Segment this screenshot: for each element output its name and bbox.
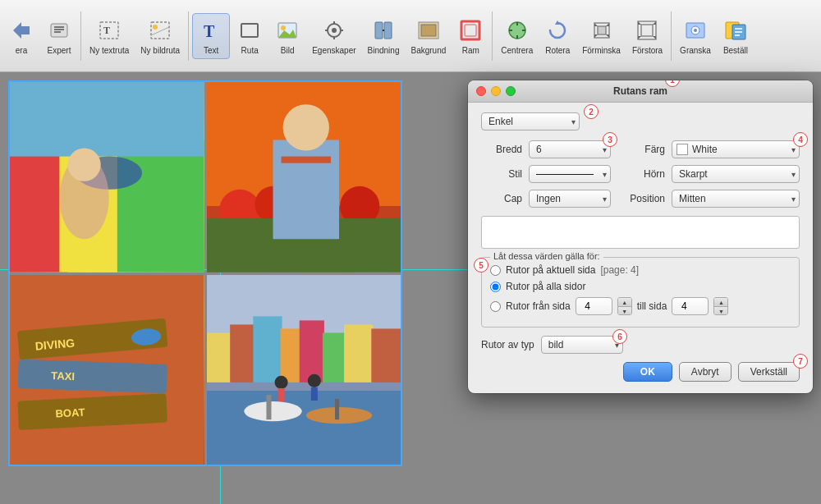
svg-rect-96 (277, 387, 284, 401)
from-page-stepper[interactable]: ▲ ▼ (617, 297, 632, 315)
preview-icon (682, 17, 709, 44)
toolbar: era Expert T Ny textruta (0, 0, 821, 72)
svg-point-13 (281, 25, 286, 30)
radio-page-range[interactable] (490, 301, 501, 312)
section-box: Låt dessa värden gälla för: Rutor på akt… (481, 257, 800, 328)
svg-rect-87 (322, 332, 345, 382)
rotate-icon (544, 17, 571, 44)
svg-rect-21 (375, 22, 383, 39)
frame-type-dropdown[interactable]: Enkel Dubbel Trippel (481, 112, 580, 131)
toolbar-bild-label: Bild (281, 46, 295, 55)
svg-rect-83 (230, 324, 255, 382)
svg-point-97 (307, 373, 320, 387)
till-sida-label: till sida (637, 300, 667, 312)
svg-rect-25 (421, 25, 436, 36)
toolbar-item-bakgrund[interactable]: Bakgrund (406, 14, 451, 58)
toolbar-item-granska[interactable]: Granska (675, 14, 716, 58)
svg-rect-84 (253, 316, 282, 383)
radio-current-page-suffix: [page: 4] (600, 264, 639, 276)
maximize-button[interactable] (506, 86, 516, 96)
toolbar-egenskaper-label: Egenskaper (312, 46, 355, 55)
toolbar-item-expert[interactable]: Expert (41, 14, 77, 58)
till-page-input[interactable] (672, 297, 709, 315)
svg-rect-90 (207, 390, 401, 465)
svg-rect-58 (10, 82, 204, 157)
svg-point-48 (694, 29, 697, 32)
radio-current-page[interactable] (490, 265, 501, 276)
from-page-down[interactable]: ▼ (618, 307, 631, 315)
dialog-title: Rutans ram (476, 85, 805, 97)
width-dropdown[interactable]: 12345 681012 (529, 140, 611, 158)
toolbar-item-bild[interactable]: Bild (269, 14, 305, 58)
apply-button[interactable]: Verkställ (738, 362, 800, 382)
svg-rect-57 (117, 140, 204, 272)
svg-marker-0 (13, 22, 30, 39)
annotation-3: 3 (603, 132, 617, 147)
toolbar-item-forstora[interactable]: Förstora (627, 14, 667, 58)
toolbar-item-egenskaper[interactable]: Egenskaper (307, 14, 360, 58)
svg-text:BOAT: BOAT (55, 405, 85, 419)
corner-dropdown[interactable]: Skarpt Rundat Avfasat (672, 165, 800, 183)
svg-rect-69 (273, 140, 339, 239)
toolbar-granska-label: Granska (680, 46, 711, 55)
toolbar-item-era[interactable]: era (3, 14, 39, 58)
toolbar-item-ram[interactable]: Ram (452, 14, 488, 58)
svg-rect-55 (10, 149, 67, 273)
toolbar-item-rotera[interactable]: Rotera (539, 14, 576, 58)
svg-rect-94 (334, 398, 338, 419)
order-icon (722, 17, 749, 44)
radio-from-page-label: Rutor från sida (506, 300, 571, 312)
toolbar-item-centrera[interactable]: Centrera (496, 14, 538, 58)
shrink-icon (589, 17, 615, 44)
till-page-down[interactable]: ▼ (714, 307, 727, 315)
close-button[interactable] (476, 86, 486, 96)
toolbar-ruta-label: Ruta (241, 46, 259, 55)
from-page-up[interactable]: ▲ (618, 298, 631, 307)
annotation-6: 6 (612, 329, 627, 344)
image-frame-icon (147, 17, 173, 44)
style-dropdown[interactable]: —————— - - - - - ········· (529, 165, 611, 183)
toolbar-item-text[interactable]: T Text (192, 13, 230, 59)
from-page-input[interactable] (576, 297, 612, 315)
position-dropdown[interactable]: Mitten Innanför Utanför (672, 190, 800, 208)
separator-3 (492, 11, 493, 61)
width-label: Bredd (481, 144, 522, 155)
box-type-label: Rutor av typ (481, 339, 534, 351)
toolbar-item-forminska[interactable]: Förminska (577, 14, 626, 58)
binding-icon (370, 17, 397, 44)
toolbar-bindning-label: Bindning (368, 46, 400, 55)
separator-4 (671, 11, 672, 61)
background-icon (415, 17, 442, 44)
svg-rect-27 (465, 25, 476, 36)
ok-button[interactable]: OK (623, 362, 672, 382)
minimize-button[interactable] (491, 86, 501, 96)
dialog-body: Enkel Dubbel Trippel 2 Bredd 12345 68101… (468, 103, 813, 393)
radio-all-pages[interactable] (490, 282, 501, 292)
position-label: Position (624, 193, 665, 204)
box-type-dropdown[interactable]: bild text alla (541, 336, 623, 354)
toolbar-centrera-label: Centrera (501, 46, 533, 55)
toolbar-ny-textruta-label: Ny textruta (89, 46, 129, 55)
toolbar-item-ny-bildruta[interactable]: Ny bildruta (135, 14, 185, 58)
toolbar-rotera-label: Rotera (545, 46, 570, 55)
svg-rect-22 (384, 22, 392, 39)
svg-rect-89 (371, 328, 401, 382)
toolbar-item-bindning[interactable]: Bindning (363, 14, 405, 58)
toolbar-item-ny-textruta[interactable]: T Ny textruta (85, 14, 134, 58)
color-dropdown[interactable]: White Black Red Blue (672, 140, 800, 158)
cancel-button[interactable]: Avbryt (679, 362, 732, 382)
box-icon (236, 17, 263, 44)
photo-1 (10, 82, 204, 273)
photo-3: DIVING TAXI BOAT (10, 275, 204, 465)
toolbar-item-bestall[interactable]: Beställ (718, 14, 754, 58)
dialog-footer: 7 OK Avbryt Verkställ (481, 362, 800, 382)
toolbar-forminska-label: Förminska (582, 46, 621, 55)
till-page-up[interactable]: ▲ (714, 298, 727, 307)
till-page-stepper[interactable]: ▲ ▼ (713, 297, 728, 315)
cap-dropdown[interactable]: Ingen Rund Fyrkant (529, 190, 611, 208)
svg-point-61 (67, 149, 100, 181)
svg-rect-1 (51, 24, 67, 37)
traffic-lights (476, 86, 516, 96)
toolbar-item-ruta[interactable]: Ruta (232, 14, 268, 58)
photo-2 (207, 82, 401, 273)
